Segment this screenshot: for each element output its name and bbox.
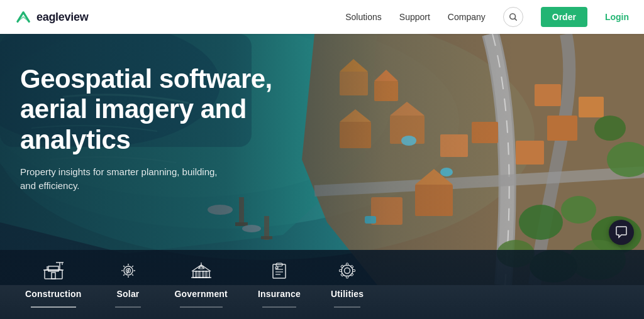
login-link[interactable]: Login	[605, 12, 629, 22]
category-government[interactable]: Government	[160, 261, 243, 308]
category-solar[interactable]: Solar	[97, 261, 160, 308]
search-button[interactable]	[503, 7, 523, 27]
svg-rect-67	[351, 273, 354, 276]
insurance-underline	[262, 306, 296, 308]
nav-links: Solutions Support Company Order Login	[345, 7, 629, 27]
construction-underline	[31, 306, 76, 308]
svg-rect-64	[341, 265, 344, 268]
svg-rect-50	[196, 271, 197, 278]
svg-rect-63	[353, 270, 355, 272]
navbar: eagleview Solutions Support Company Orde…	[0, 0, 644, 34]
solar-icon	[117, 261, 140, 284]
hero-section: eagleview Solutions Support Company Orde…	[0, 0, 644, 319]
construction-icon	[42, 261, 65, 284]
svg-rect-51	[199, 271, 200, 278]
nav-company[interactable]: Company	[448, 12, 486, 22]
svg-rect-60	[347, 263, 348, 266]
utilities-label: Utilities	[331, 289, 364, 299]
solar-underline	[115, 306, 142, 308]
svg-rect-65	[351, 265, 354, 268]
insurance-icon	[268, 261, 291, 284]
svg-rect-53	[206, 271, 207, 278]
insurance-label: Insurance	[258, 289, 301, 299]
category-insurance[interactable]: Insurance	[243, 261, 316, 308]
solar-label: Solar	[117, 289, 140, 299]
order-button[interactable]: Order	[541, 7, 587, 27]
svg-rect-52	[203, 271, 204, 278]
svg-rect-61	[347, 276, 348, 278]
chat-icon	[615, 226, 628, 239]
utilities-icon	[336, 261, 358, 284]
hero-content: Geospatial software, aerial imagery and …	[0, 34, 327, 193]
logo-icon	[15, 10, 33, 24]
government-label: Government	[175, 289, 228, 299]
svg-rect-66	[341, 273, 344, 276]
category-bar: Construction	[0, 250, 644, 319]
hero-subtitle: Property insights for smarter planning, …	[20, 165, 234, 193]
nav-solutions[interactable]: Solutions	[345, 12, 382, 22]
hero-title: Geospatial software, aerial imagery and …	[20, 64, 307, 155]
svg-rect-46	[52, 273, 55, 279]
government-underline	[180, 306, 223, 308]
svg-rect-45	[48, 266, 58, 271]
svg-point-59	[345, 268, 350, 274]
svg-rect-62	[340, 270, 342, 272]
category-construction[interactable]: Construction	[10, 261, 97, 308]
chat-button[interactable]	[609, 220, 634, 245]
search-icon	[509, 13, 518, 21]
logo-text: eagleview	[36, 11, 88, 24]
construction-label: Construction	[25, 289, 82, 299]
utilities-underline	[334, 306, 360, 308]
nav-support[interactable]: Support	[399, 12, 430, 22]
category-utilities[interactable]: Utilities	[316, 261, 379, 308]
government-icon	[190, 261, 213, 284]
logo-link[interactable]: eagleview	[15, 10, 88, 24]
